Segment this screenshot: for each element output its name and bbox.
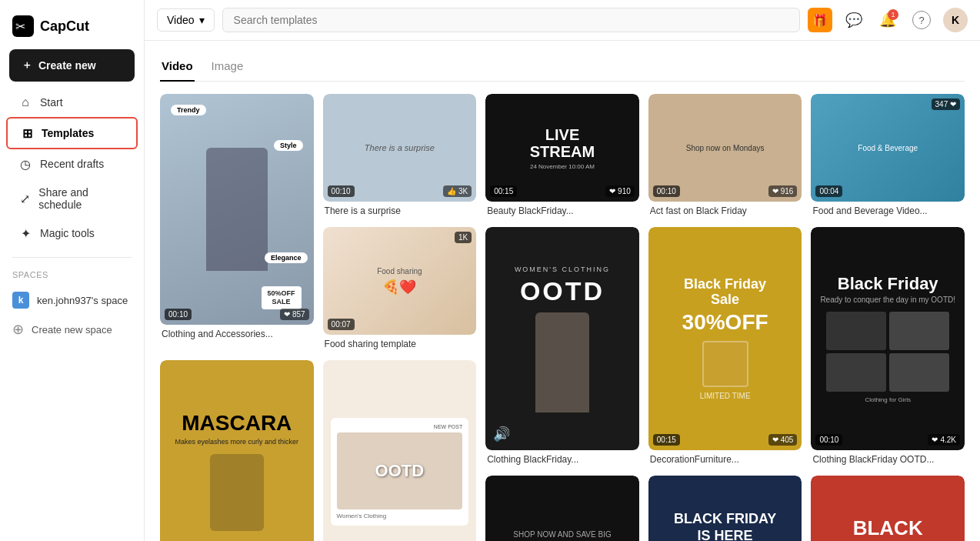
template-title: Act fast on Black Friday <box>648 202 802 218</box>
template-card-ootd-women[interactable]: WOMEN'S CLOTHING OOTD 🔊 Clothing BlackFr… <box>485 227 639 466</box>
template-title: Food sharing template <box>323 335 477 351</box>
template-card-bf-production[interactable]: SHOP NOW AND SAVE BIG THE COUNTDOWN BEGI… <box>485 476 639 541</box>
sidebar-divider <box>12 257 132 258</box>
time-badge: 00:10 <box>328 185 355 197</box>
time-badge: 00:10 <box>815 434 842 446</box>
space-name: ken.john937's space <box>37 295 128 306</box>
logo-area: ✂ CapCut <box>0 9 144 49</box>
sidebar-item-recent[interactable]: ◷ Recent drafts <box>6 149 138 179</box>
template-title: Clothing and Accessories... <box>160 325 314 341</box>
create-new-button[interactable]: ＋ Create new <box>9 49 135 82</box>
content-area: Video Image Trendy Style Elegance <box>145 41 980 541</box>
sidebar-item-templates[interactable]: ⊞ Templates <box>6 117 138 149</box>
video-dropdown[interactable]: Video ▾ <box>157 8 215 32</box>
gift-icon: 🎁 <box>812 13 828 28</box>
capcut-logo-icon: ✂ <box>12 15 34 37</box>
main-content: Video ▾ 🎁 💬 🔔 1 ? K <box>145 0 980 541</box>
svg-text:✂: ✂ <box>15 20 25 33</box>
template-card-bf-ootd[interactable]: Black Friday Ready to conquer the day in… <box>811 227 965 466</box>
app-name: CapCut <box>40 18 89 35</box>
message-icon-button[interactable]: 💬 <box>842 8 866 32</box>
sidebar-item-label: Templates <box>42 127 94 139</box>
create-space-label: Create new space <box>32 324 112 336</box>
share-icon: ⤢ <box>18 192 31 205</box>
count-badge: 👍3K <box>443 185 472 197</box>
create-space-button[interactable]: ⊕ Create new space <box>0 315 144 344</box>
template-card-beauty-bf[interactable]: LIVESTREAM 24 November 10:00 AM 00:15 ❤9… <box>485 94 639 218</box>
topbar: Video ▾ 🎁 💬 🔔 1 ? K <box>145 0 980 41</box>
search-input[interactable] <box>222 8 800 32</box>
sidebar-item-label: Start <box>40 96 63 109</box>
sidebar-item-magic[interactable]: ✦ Magic tools <box>6 219 138 248</box>
notification-badge: 1 <box>888 9 898 20</box>
clock-icon: ◷ <box>18 157 32 171</box>
plus-icon: ⊕ <box>12 321 24 338</box>
template-title: Food and Beverage Video... <box>811 202 965 218</box>
template-card-deco-furniture[interactable]: Black FridaySale 30%OFF LIMITED TIME 00:… <box>648 227 802 466</box>
tab-image[interactable]: Image <box>210 53 245 82</box>
sidebar-item-label: Recent drafts <box>40 158 104 170</box>
notification-icon-button[interactable]: 🔔 1 <box>875 8 900 32</box>
count-badge: ❤857 <box>280 309 309 320</box>
template-title: Clothing BlackFriday... <box>485 450 639 466</box>
user-avatar[interactable]: K <box>943 8 968 32</box>
sidebar-item-start[interactable]: ⌂ Start <box>6 88 138 117</box>
sidebar-item-label: Share and schedule <box>38 186 125 211</box>
time-badge: 00:07 <box>328 319 355 330</box>
template-card-food-sharing[interactable]: Food sharing 🍕❤️ 00:07 1K Food sharing t… <box>323 227 477 351</box>
spaces-label: Spaces <box>0 267 144 286</box>
gift-icon-button[interactable]: 🎁 <box>808 8 832 32</box>
topbar-icons: 🎁 💬 🔔 1 ? K <box>808 8 968 32</box>
template-card-clothing-accessories[interactable]: Trendy Style Elegance 50%OFFSALE 00:10 ❤… <box>160 94 314 351</box>
sidebar: ✂ CapCut ＋ Create new ⌂ Start ⊞ Template… <box>0 0 145 541</box>
grid-icon: ⊞ <box>20 126 34 140</box>
count-badge: ❤916 <box>768 185 798 197</box>
content-tabs: Video Image <box>160 53 965 82</box>
time-badge: 00:15 <box>653 434 680 446</box>
template-title: Clothing BlackFriday OOTD... <box>811 450 965 466</box>
home-icon: ⌂ <box>18 95 32 109</box>
sidebar-item-label: Magic tools <box>40 227 95 239</box>
space-avatar: k <box>12 292 29 309</box>
template-card-bf-here[interactable]: BLACK FRIDAYIS HERE SHOP NOW BLACK FRIDA… <box>648 476 802 541</box>
time-badge: 00:04 <box>815 185 842 197</box>
count-badge: ❤910 <box>605 185 635 197</box>
space-item[interactable]: k ken.john937's space <box>0 286 144 315</box>
plus-icon: ＋ <box>22 58 32 72</box>
template-card-bf-makeup[interactable]: MASCARA Makes eyelashes more curly and t… <box>160 360 314 541</box>
help-icon-button[interactable]: ? <box>909 8 934 32</box>
template-title: DecorationFurniture... <box>648 450 802 466</box>
magic-icon: ✦ <box>18 226 32 240</box>
template-card-bf-red[interactable]: BLACKFRIDAY Black Friday... <box>811 476 965 541</box>
time-badge: 00:10 <box>653 185 680 197</box>
template-card-ootd-insta[interactable]: NEW POST OOTD Women's Clothing 00:14 ❤2.… <box>323 360 477 541</box>
template-card-act-fast[interactable]: Shop now on Mondays 00:10 ❤916 Act fast … <box>648 94 802 218</box>
template-title: Beauty BlackFriday... <box>485 202 639 218</box>
dropdown-label: Video <box>167 14 195 26</box>
count-badge: ❤4.2K <box>928 434 960 446</box>
template-title: There is a surprise <box>323 202 477 218</box>
sidebar-item-share[interactable]: ⤢ Share and schedule <box>6 179 138 219</box>
help-icon: ? <box>912 11 931 29</box>
chevron-down-icon: ▾ <box>199 14 205 26</box>
time-badge: 00:10 <box>165 309 192 320</box>
message-icon: 💬 <box>845 12 862 28</box>
template-card-food-beverage[interactable]: Food & Beverage 00:04 347 ❤ Food and Bev… <box>811 94 965 218</box>
count-badge: ❤405 <box>768 434 798 446</box>
time-badge: 00:15 <box>490 185 517 197</box>
top-badge: 347 ❤ <box>932 99 960 110</box>
top-badge: 1K <box>455 232 472 243</box>
templates-grid: Trendy Style Elegance 50%OFFSALE 00:10 ❤… <box>160 94 965 541</box>
tab-video[interactable]: Video <box>160 53 195 82</box>
template-card-surprise[interactable]: There is a surprise 00:10 👍3K There is a… <box>323 94 477 218</box>
